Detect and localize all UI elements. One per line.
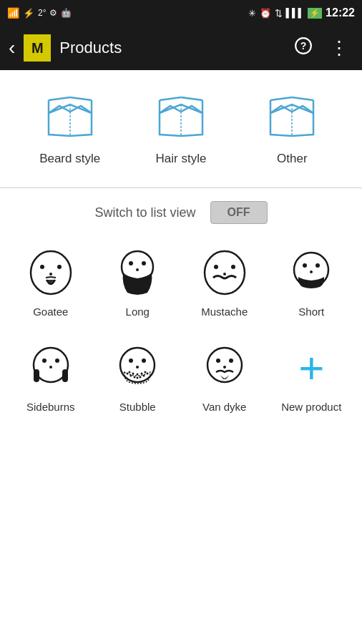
products-grid: Goatee Long [0, 237, 362, 420]
app-logo: M [24, 34, 51, 62]
status-left: 📶 ⚡ 2° ⚙ 🤖 [7, 7, 72, 19]
app-title: Products [59, 39, 281, 57]
hair-style-icon [152, 92, 210, 145]
category-hair-style[interactable]: Hair style [142, 92, 220, 166]
svg-point-32 [231, 265, 235, 269]
status-time: 12:22 [326, 6, 355, 19]
stubble-icon [109, 339, 166, 396]
svg-point-63 [223, 366, 226, 369]
svg-point-59 [145, 371, 147, 374]
usb-icon: ⚡ [23, 8, 34, 19]
beard-style-icon [41, 92, 99, 145]
svg-point-40 [55, 358, 59, 363]
categories-section: Beard style Hair style [0, 84, 362, 187]
product-mustache[interactable]: Mustache [181, 237, 268, 325]
app-bar: ‹ M Products ? ⋮ [0, 26, 362, 70]
product-stubble[interactable]: Stubble [94, 332, 182, 420]
goatee-icon [22, 244, 79, 301]
back-button[interactable]: ‹ [9, 36, 15, 59]
svg-point-60 [207, 348, 242, 382]
mustache-label: Mustache [201, 306, 248, 318]
svg-line-18 [292, 97, 313, 100]
svg-point-51 [137, 377, 139, 379]
svg-rect-43 [62, 369, 68, 382]
main-content: Beard style Hair style [0, 70, 362, 420]
bluetooth-icon: ✳ [248, 8, 256, 19]
switch-label: Switch to list view [94, 205, 195, 220]
svg-point-36 [315, 263, 320, 268]
help-circle-icon[interactable]: ? [290, 32, 317, 64]
android-icon: 🤖 [61, 8, 72, 18]
category-beard-style[interactable]: Beard style [31, 92, 109, 166]
svg-point-62 [229, 358, 233, 363]
svg-point-37 [310, 270, 313, 273]
svg-point-35 [303, 263, 307, 268]
sideburns-icon [22, 339, 79, 396]
goatee-label: Goatee [33, 306, 68, 318]
svg-point-22 [57, 265, 62, 269]
hair-style-label: Hair style [156, 152, 207, 166]
svg-line-24 [46, 277, 51, 278]
add-product-icon: + [283, 339, 340, 396]
svg-point-45 [129, 358, 133, 363]
svg-point-50 [134, 376, 136, 379]
sync-icon: ⇅ [275, 8, 283, 19]
svg-point-39 [42, 358, 47, 363]
new-product-label: New product [281, 401, 341, 413]
short-label: Short [298, 306, 324, 318]
svg-point-28 [142, 261, 146, 265]
svg-point-27 [129, 261, 133, 265]
alarm-icon: ⏰ [260, 8, 271, 19]
product-long[interactable]: Long [94, 237, 182, 325]
product-van-dyke[interactable]: Van dyke [181, 332, 268, 420]
product-goatee[interactable]: Goatee [7, 237, 94, 325]
more-vertical-icon[interactable]: ⋮ [326, 33, 353, 64]
svg-point-55 [129, 371, 131, 374]
svg-line-10 [160, 97, 181, 100]
switch-toggle[interactable]: OFF [210, 201, 268, 224]
svg-line-25 [51, 277, 56, 278]
svg-line-12 [181, 97, 202, 100]
svg-point-47 [136, 366, 139, 369]
other-label: Other [277, 152, 308, 166]
status-right: ✳ ⏰ ⇅ ▌▌▌ ⚡ 12:22 [248, 6, 355, 19]
stubble-label: Stubble [119, 401, 156, 413]
svg-text:?: ? [300, 40, 307, 52]
sim-icon: 📶 [7, 7, 19, 19]
van-dyke-label: Van dyke [202, 401, 246, 413]
product-short[interactable]: Short [268, 237, 356, 325]
svg-point-46 [142, 358, 146, 363]
usb2-icon: ⚙ [49, 8, 57, 18]
svg-point-57 [137, 374, 139, 376]
svg-point-33 [223, 273, 226, 275]
switch-row: Switch to list view OFF [0, 188, 362, 237]
van-dyke-icon [196, 339, 253, 396]
battery-icon: ⚡ [308, 8, 322, 19]
category-other[interactable]: Other [253, 92, 331, 166]
product-sideburns[interactable]: Sideburns [7, 332, 94, 420]
svg-point-21 [40, 265, 44, 269]
long-icon [109, 244, 166, 301]
svg-point-31 [214, 265, 218, 269]
signal-icon: ▌▌▌ [286, 8, 305, 18]
svg-rect-42 [34, 369, 39, 382]
long-label: Long [126, 306, 150, 318]
short-icon [283, 244, 340, 301]
beard-style-label: Beard style [39, 152, 100, 166]
svg-line-4 [49, 97, 70, 100]
svg-point-61 [216, 358, 220, 363]
svg-line-16 [270, 97, 292, 100]
status-bar: 📶 ⚡ 2° ⚙ 🤖 ✳ ⏰ ⇅ ▌▌▌ ⚡ 12:22 [0, 0, 362, 26]
svg-point-41 [49, 366, 52, 369]
temp-icon: 2° [38, 8, 46, 18]
svg-point-29 [136, 268, 139, 271]
sideburns-label: Sideburns [26, 401, 75, 413]
other-icon [263, 92, 321, 145]
product-new[interactable]: + New product [268, 332, 356, 420]
svg-point-23 [49, 273, 52, 275]
svg-point-52 [140, 376, 142, 379]
svg-point-58 [141, 373, 143, 375]
svg-line-6 [70, 97, 92, 100]
svg-point-56 [132, 373, 134, 375]
mustache-icon [196, 244, 253, 301]
